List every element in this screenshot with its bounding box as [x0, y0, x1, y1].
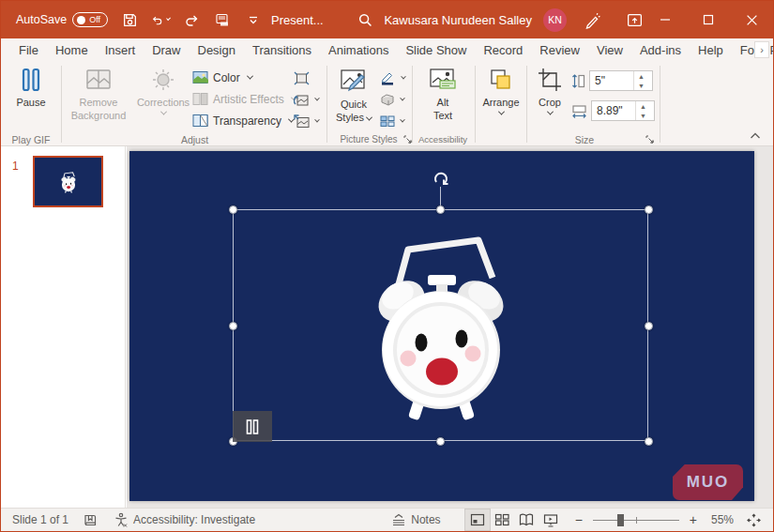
- picture-layout-dropdown-icon: [400, 117, 405, 123]
- zoom-slider-thumb[interactable]: [617, 514, 624, 526]
- selection-handle-middle-right[interactable]: [645, 322, 653, 330]
- color-menu-button[interactable]: Color: [192, 68, 303, 87]
- arrange-dropdown-icon: [497, 109, 504, 115]
- zoom-slider[interactable]: [593, 520, 679, 521]
- transparency-menu-button[interactable]: Transparency: [192, 111, 303, 130]
- selection-handle-bottom-center[interactable]: [436, 437, 445, 446]
- width-down-button[interactable]: ▼: [636, 111, 650, 120]
- quick-access-more-button[interactable]: [244, 9, 263, 30]
- reading-view-icon: [519, 513, 534, 526]
- quick-styles-dropdown-icon: [366, 114, 372, 121]
- tab-add-ins[interactable]: Add-ins: [631, 40, 690, 61]
- accessibility-checker-button[interactable]: Accessibility: Investigate: [114, 512, 255, 527]
- zoom-out-button[interactable]: −: [572, 512, 585, 527]
- compress-pictures-button[interactable]: [294, 68, 326, 87]
- document-title[interactable]: Present...: [271, 1, 324, 38]
- group-adjust: Remove Background Corrections Color Arti…: [63, 61, 326, 134]
- accessibility-icon: [114, 512, 129, 527]
- zoom-level[interactable]: 55%: [700, 513, 734, 526]
- gif-pause-overlay-button[interactable]: [233, 411, 272, 442]
- group-separator: [412, 66, 413, 143]
- tab-draw[interactable]: Draw: [144, 40, 189, 61]
- undo-button[interactable]: [151, 9, 170, 30]
- height-input[interactable]: [590, 74, 633, 87]
- selection-handle-top-right[interactable]: [645, 205, 653, 214]
- corrections-button[interactable]: Corrections: [134, 61, 192, 115]
- crop-dropdown-icon: [546, 109, 553, 115]
- redo-button[interactable]: [182, 9, 201, 30]
- reading-view-button[interactable]: [514, 509, 539, 530]
- rotate-handle[interactable]: [432, 170, 450, 189]
- tab-overflow-button[interactable]: ›: [754, 41, 769, 58]
- crop-button[interactable]: Crop: [530, 61, 569, 115]
- arrange-icon: [489, 68, 513, 92]
- search-button[interactable]: [356, 9, 374, 30]
- close-button[interactable]: [730, 1, 773, 38]
- remove-background-button[interactable]: Remove Background: [65, 61, 132, 123]
- width-spinbox: ▲▼: [591, 100, 655, 121]
- save-button[interactable]: [120, 9, 139, 30]
- reset-picture-button[interactable]: [294, 112, 326, 130]
- tab-insert[interactable]: Insert: [97, 40, 144, 61]
- ribbon-display-button[interactable]: [625, 9, 644, 30]
- tab-slide-show[interactable]: Slide Show: [397, 40, 475, 61]
- tab-design[interactable]: Design: [190, 40, 244, 61]
- picture-effects-button[interactable]: [380, 90, 408, 109]
- autosave-control[interactable]: AutoSave Off: [16, 12, 108, 27]
- autosave-state: Off: [89, 15, 100, 24]
- slide-sorter-view-button[interactable]: [490, 509, 514, 530]
- collapse-ribbon-button[interactable]: [747, 129, 764, 143]
- alt-text-button[interactable]: Alt Text: [414, 61, 472, 123]
- pen-tools-button[interactable]: [582, 9, 600, 30]
- spell-check-button[interactable]: [83, 513, 99, 527]
- group-label-accessibility: Accessibility: [414, 134, 472, 144]
- tab-transitions[interactable]: Transitions: [244, 40, 320, 61]
- selection-handle-top-left[interactable]: [229, 205, 237, 214]
- tab-animations[interactable]: Animations: [320, 40, 397, 61]
- slide-canvas[interactable]: MUO: [129, 151, 754, 501]
- tab-view[interactable]: View: [588, 40, 631, 61]
- slide-thumbnail[interactable]: [33, 156, 103, 207]
- quick-styles-button[interactable]: Quick Styles: [329, 61, 378, 125]
- height-up-button[interactable]: ▲: [634, 71, 648, 81]
- tab-review[interactable]: Review: [531, 40, 588, 61]
- arrange-button[interactable]: Arrange: [478, 61, 524, 115]
- pause-gif-button[interactable]: Pause: [5, 61, 57, 109]
- minimize-button[interactable]: [644, 1, 687, 38]
- foxit-pdf-button[interactable]: [213, 9, 232, 30]
- notes-button[interactable]: Notes: [391, 513, 440, 526]
- avatar[interactable]: KN: [543, 8, 567, 32]
- quick-styles-label: Quick Styles: [331, 98, 376, 125]
- selection-handle-middle-left[interactable]: [229, 322, 237, 330]
- artistic-effects-label: Artistic Effects: [213, 93, 284, 106]
- selection-handle-top-center[interactable]: [436, 205, 445, 214]
- group-separator: [326, 66, 327, 143]
- transparency-label: Transparency: [213, 114, 281, 128]
- picture-effects-icon: [380, 93, 395, 106]
- size-dialog-launcher[interactable]: [643, 133, 656, 145]
- slide-show-icon: [543, 513, 558, 527]
- change-picture-button[interactable]: [294, 90, 326, 109]
- width-input[interactable]: [592, 104, 635, 117]
- tab-help[interactable]: Help: [690, 40, 732, 61]
- muo-watermark: MUO: [673, 464, 743, 500]
- tab-file[interactable]: File: [10, 40, 47, 61]
- undo-dropdown-icon[interactable]: [166, 16, 171, 21]
- picture-border-button[interactable]: [380, 68, 408, 87]
- height-down-button[interactable]: ▼: [634, 81, 648, 90]
- maximize-button[interactable]: [687, 1, 730, 38]
- normal-view-button[interactable]: [465, 509, 490, 530]
- picture-layout-button[interactable]: [380, 112, 408, 130]
- thumbnail-clock-icon: [59, 171, 78, 193]
- account-name[interactable]: Kawusara Nurudeen Salley: [384, 13, 532, 27]
- slide-thumbnail-number: 1: [12, 160, 19, 173]
- tab-home[interactable]: Home: [47, 40, 97, 61]
- fit-slide-to-window-button[interactable]: [741, 509, 766, 530]
- width-up-button[interactable]: ▲: [636, 101, 650, 111]
- slide-show-button[interactable]: [539, 509, 563, 530]
- autosave-toggle[interactable]: Off: [72, 12, 108, 27]
- tab-record[interactable]: Record: [475, 40, 531, 61]
- zoom-in-button[interactable]: +: [687, 512, 700, 527]
- selection-handle-bottom-right[interactable]: [645, 437, 653, 446]
- artistic-effects-menu-button[interactable]: Artistic Effects: [192, 89, 303, 109]
